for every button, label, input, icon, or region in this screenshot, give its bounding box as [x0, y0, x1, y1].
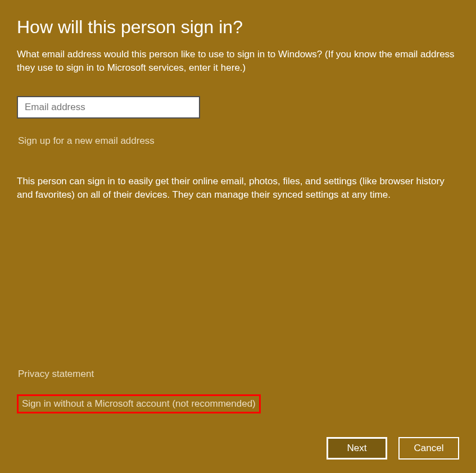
signup-email-link[interactable]: Sign up for a new email address [18, 135, 155, 147]
privacy-statement-link[interactable]: Privacy statement [18, 369, 94, 380]
sign-in-without-account-link[interactable]: Sign in without a Microsoft account (not… [22, 398, 256, 409]
page-title: How will this person sign in? [17, 17, 459, 38]
next-button[interactable]: Next [327, 437, 387, 460]
email-field[interactable] [17, 96, 200, 119]
highlight-box: Sign in without a Microsoft account (not… [17, 394, 261, 413]
description-text: What email address would this person lik… [17, 48, 459, 75]
sync-info-text: This person can sign in to easily get th… [17, 175, 459, 202]
cancel-button[interactable]: Cancel [398, 437, 459, 460]
